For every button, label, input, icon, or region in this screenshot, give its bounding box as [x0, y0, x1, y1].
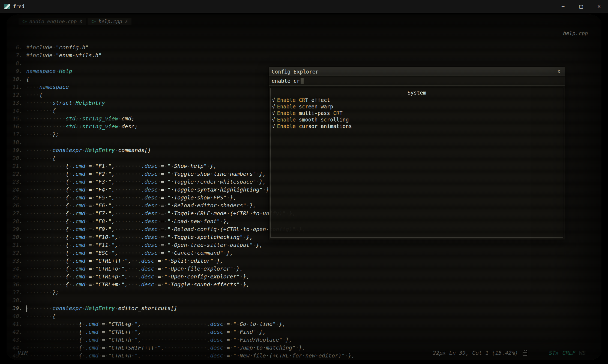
code-text: ············std::string_view·desc;	[26, 123, 138, 131]
code-text: ············{·.cmd·=·"F9·",········.desc…	[26, 225, 306, 233]
code-text: ········constexpr·HelpEntry·editor_short…	[26, 304, 177, 312]
code-text: ············{·.cmd·=·"F2·",········.desc…	[26, 170, 266, 178]
code-text: ············{·.cmd·=·"F5·",········.desc…	[26, 194, 236, 202]
config-search-query: enable cr	[272, 78, 300, 84]
code-text: ················{·.cmd·=·"CTRL+h·",·····…	[26, 336, 292, 344]
config-option-label: Enable multi-pass CRT	[277, 110, 342, 116]
status-right-group: 22px Ln 39, Col 1 (15.42%) STxCRLFWS	[433, 350, 601, 356]
code-line[interactable]: 7.#include·"enum-utils.h"	[7, 51, 355, 59]
status-bar: VIM 22px Ln 39, Col 1 (15.42%) STxCRLFWS	[7, 349, 601, 357]
line-number: 40.	[7, 312, 22, 320]
line-number: 38.	[7, 296, 22, 304]
config-section-header: System	[271, 90, 563, 96]
line-number: 18.	[7, 138, 22, 146]
line-number: 15.	[7, 115, 22, 123]
config-explorer-titlebar[interactable]: Config Explorer X	[269, 67, 565, 76]
config-explorer-close-icon[interactable]: X	[556, 69, 562, 74]
code-line[interactable]: 36.············{·.cmd·=·"CTRL+m·",···.de…	[7, 281, 355, 289]
code-line[interactable]: 46.················{·.cmd·=·"CTRL+s·",··…	[7, 360, 355, 360]
checkbox-checked-icon[interactable]: √	[272, 117, 275, 123]
checkbox-checked-icon[interactable]: √	[272, 97, 275, 103]
tab-label: audio-engine.cpp	[29, 19, 77, 24]
tab-bar: C+ audio-engine.cpp X C+ help.cpp X	[19, 18, 131, 25]
tab-close-icon[interactable]: X	[80, 19, 82, 24]
config-option[interactable]: √Enable smooth scrolling	[271, 116, 563, 123]
config-explorer-popup: Config Explorer X enable cr System √Enab…	[269, 67, 565, 240]
line-number: 31.	[7, 241, 22, 249]
code-line[interactable]: 8.	[7, 59, 355, 67]
lock-icon	[523, 352, 527, 356]
code-line[interactable]: 35.············{·.cmd·=·"CTRL+p·",···.de…	[7, 273, 355, 281]
code-text: namespace·Help	[26, 67, 72, 75]
code-line[interactable]: 31.············{·.cmd·=·"F11·",·······.d…	[7, 241, 355, 249]
line-number: 37.	[7, 289, 22, 296]
config-option-label: Enable smooth scrolling	[277, 117, 349, 123]
code-text: ············{·.cmd·=·"F10·",·······.desc…	[26, 233, 253, 241]
code-text: #include·"config.h"	[26, 44, 89, 51]
code-text: ············{·.cmd·=·"F3·",········.desc…	[26, 178, 266, 186]
line-number: 42.	[7, 328, 22, 336]
line-number: 25.	[7, 194, 22, 202]
line-number: 23.	[7, 178, 22, 186]
close-button[interactable]: ✕	[590, 0, 608, 13]
code-line[interactable]: 39.········constexpr·HelpEntry·editor_sh…	[7, 304, 355, 312]
line-number: 43.	[7, 336, 22, 344]
checkbox-checked-icon[interactable]: √	[272, 123, 275, 129]
tab-help-cpp[interactable]: C+ help.cpp X	[88, 18, 131, 25]
code-text: ············{·.cmd·=·"CTRL+o·",···.desc·…	[26, 265, 243, 273]
line-number: 10.	[7, 75, 22, 83]
code-text: ············{·.cmd·=·"CTRL+\\·",··.desc·…	[26, 257, 223, 265]
config-options-panel: System √Enable CRT effect√Enable screen …	[270, 88, 563, 238]
code-line[interactable]: 42.················{·.cmd·=·"CTRL+f·",··…	[7, 328, 355, 336]
code-line[interactable]: 6.#include·"config.h"	[7, 44, 355, 51]
code-text: ········struct·HelpEntry	[26, 99, 105, 107]
line-number: 29.	[7, 225, 22, 233]
checkbox-checked-icon[interactable]: √	[272, 104, 275, 110]
line-number: 12.	[7, 91, 22, 99]
cursor-position-info: 22px Ln 39, Col 1 (15.42%)	[433, 350, 518, 356]
config-option[interactable]: √Enable multi-pass CRT	[271, 110, 563, 116]
window-controls: ─ ▢ ✕	[554, 0, 608, 13]
config-search-input[interactable]: enable cr	[269, 76, 565, 86]
tab-close-icon[interactable]: X	[125, 19, 128, 24]
code-line[interactable]: 41.················{·.cmd·=·"CTRL+g·",··…	[7, 320, 355, 328]
line-number: 21.	[7, 162, 22, 170]
config-explorer-title: Config Explorer	[272, 69, 319, 75]
code-line[interactable]: 32.············{·.cmd·=·"ESC·",·······.d…	[7, 249, 355, 257]
minimize-button[interactable]: ─	[554, 0, 572, 13]
code-line[interactable]: 40.········{	[7, 312, 355, 320]
code-text: ············std::string_view·cmd;	[26, 115, 134, 123]
line-number: 8.	[7, 59, 22, 67]
maximize-button[interactable]: ▢	[572, 0, 590, 13]
code-text: {	[26, 75, 29, 83]
editor-screen: C+ audio-engine.cpp X C+ help.cpp X help…	[7, 14, 601, 360]
line-number: 20.	[7, 154, 22, 162]
tab-audio-engine-cpp[interactable]: C+ audio-engine.cpp X	[19, 18, 86, 25]
line-number: 14.	[7, 107, 22, 115]
code-line[interactable]: 38.	[7, 296, 355, 304]
config-option[interactable]: √Enable CRT effect	[271, 97, 563, 103]
config-option[interactable]: √Enable cursor animations	[271, 123, 563, 129]
cpp-file-icon: C+	[22, 19, 27, 24]
code-text: ············{·.cmd·=·"F11·",·······.desc…	[26, 241, 263, 249]
config-option[interactable]: √Enable screen warp	[271, 103, 563, 110]
code-line[interactable]: 43.················{·.cmd·=·"CTRL+h·",··…	[7, 336, 355, 344]
code-line[interactable]: 34.············{·.cmd·=·"CTRL+o·",···.de…	[7, 265, 355, 273]
checkbox-checked-icon[interactable]: √	[272, 110, 275, 116]
line-number: 27.	[7, 210, 22, 217]
line-number: 17.	[7, 131, 22, 138]
status-flag-ws: WS	[579, 350, 586, 356]
code-text: ············{·.cmd·=·"F1·",········.desc…	[26, 162, 217, 170]
code-text: ····{	[26, 91, 43, 99]
code-text: ········{	[26, 107, 56, 115]
code-line[interactable]: 37.········};	[7, 289, 355, 296]
tab-label: help.cpp	[98, 19, 122, 24]
crt-bezel: C+ audio-engine.cpp X C+ help.cpp X help…	[0, 13, 608, 364]
line-number: 35.	[7, 273, 22, 281]
code-text: ············{·.cmd·=·"F7·",········.desc…	[26, 210, 295, 217]
code-line[interactable]: 33.············{·.cmd·=·"CTRL+\\·",··.de…	[7, 257, 355, 265]
code-text: ········};	[26, 289, 59, 296]
line-number: 46.	[7, 360, 22, 360]
config-option-label: Enable screen warp	[277, 104, 333, 110]
config-option-label: Enable cursor animations	[277, 123, 352, 129]
